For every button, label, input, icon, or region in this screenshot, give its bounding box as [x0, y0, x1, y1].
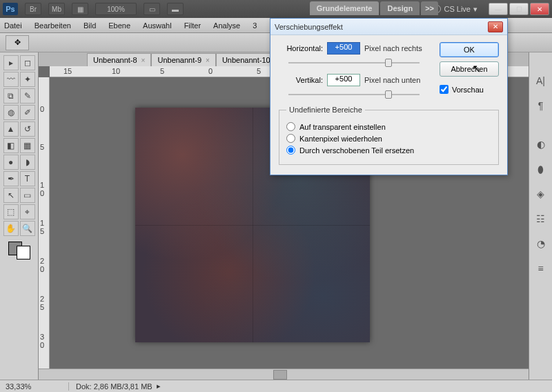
menu-analysis[interactable]: Analyse	[213, 21, 240, 30]
radio-transparent[interactable]: Auf transparent einstellen	[286, 122, 491, 131]
color-swatches[interactable]	[8, 242, 30, 259]
toolbox: ▸◻ 〰✦ ⧉✎ ◍✐ ▲↺ ◧▦ ●◗ ✒T ↖▭ ⬚⌖ ✋🔍	[0, 52, 39, 380]
camera-tool[interactable]: ⌖	[20, 204, 35, 219]
cancel-button[interactable]: Abbrechen	[440, 61, 499, 77]
eraser-tool[interactable]: ◧	[3, 138, 19, 153]
type-tool[interactable]: T	[20, 171, 35, 186]
vertical-unit: Pixel nach unten	[364, 76, 420, 84]
adjustments-panel-icon[interactable]: ◐	[533, 137, 549, 152]
radio-wrap-around[interactable]: Durch verschobenen Teil ersetzen	[286, 146, 491, 155]
scrollbar-horizontal[interactable]	[39, 369, 529, 380]
shape-tool[interactable]: ▭	[20, 188, 35, 203]
marquee-tool[interactable]: ◻	[20, 55, 35, 70]
bridge-button[interactable]: Br	[25, 3, 41, 15]
crop-tool[interactable]: ⧉	[3, 88, 19, 104]
menu-edit[interactable]: Bearbeiten	[34, 21, 71, 30]
radio-repeat-edge[interactable]: Kantenpixel wiederholen	[286, 134, 491, 143]
dialog-close-button[interactable]: ✕	[488, 21, 503, 32]
layers-panel-icon[interactable]: ◈	[533, 186, 549, 202]
horizontal-slider[interactable]	[288, 57, 420, 68]
menu-filter[interactable]: Filter	[184, 21, 201, 30]
stamp-tool[interactable]: ▲	[3, 121, 19, 137]
window-controls: — ☐ ✕	[489, 3, 549, 15]
masks-panel-icon[interactable]: ⬮	[533, 161, 549, 177]
wand-tool[interactable]: ✦	[20, 72, 35, 87]
undefined-areas-group: Undefinierte Bereiche Auf transparent ei…	[279, 106, 499, 165]
close-icon[interactable]: ×	[141, 57, 146, 64]
menu-image[interactable]: Bild	[83, 21, 96, 30]
panel-dock: A| ¶ ◐ ⬮ ◈ ☷ ◔ ≡	[529, 52, 552, 380]
status-doc-size: Dok: 2,86 MB/3,81 MB	[69, 382, 152, 391]
dialog-titlebar[interactable]: Verschiebungseffekt ✕	[270, 19, 507, 35]
current-tool-icon[interactable]: ✥	[6, 35, 29, 50]
blur-tool[interactable]: ●	[3, 155, 19, 170]
vertical-slider[interactable]	[288, 89, 420, 100]
cs-live[interactable]: CS Live▾	[433, 5, 477, 14]
screen-mode-icon[interactable]: ▬	[167, 3, 184, 15]
move-tool[interactable]: ▸	[3, 55, 19, 70]
offset-dialog: Verschiebungseffekt ✕ OK Abbrechen Vorsc…	[270, 18, 508, 175]
zoom-level[interactable]: 100%	[95, 3, 137, 15]
scrollbar-thumb[interactable]	[273, 370, 287, 380]
doc-tab-2[interactable]: Unbenannt-9×	[151, 53, 215, 66]
history-panel-icon[interactable]: ≡	[533, 261, 549, 276]
title-bar: Ps Br Mb ▦ 100% ▭ ▬ Grundelemente Design…	[0, 0, 552, 18]
heal-tool[interactable]: ◍	[3, 105, 19, 120]
lasso-tool[interactable]: 〰	[3, 72, 19, 87]
maximize-button[interactable]: ☐	[509, 3, 529, 15]
preview-checkbox[interactable]: Vorschau	[440, 85, 499, 94]
horizontal-unit: Pixel nach rechts	[364, 44, 422, 52]
menu-select[interactable]: Auswahl	[143, 21, 172, 30]
zoom-tool[interactable]: 🔍	[20, 221, 35, 236]
app-logo: Ps	[3, 3, 18, 15]
vertical-input[interactable]: +500	[327, 74, 360, 86]
status-zoom[interactable]: 33,33%	[0, 382, 69, 391]
horizontal-label: Horizontal:	[279, 44, 323, 52]
status-bar: 33,33% Dok: 2,86 MB/3,81 MB ▸	[0, 380, 552, 392]
history-brush-tool[interactable]: ↺	[20, 121, 35, 137]
dialog-title: Verschiebungseffekt	[275, 23, 343, 31]
menu-layer[interactable]: Ebene	[108, 21, 130, 30]
slider-thumb[interactable]	[385, 59, 392, 67]
character-panel-icon[interactable]: A|	[533, 73, 549, 88]
minimize-button[interactable]: —	[489, 3, 508, 15]
close-button[interactable]: ✕	[530, 3, 549, 15]
eyedropper-tool[interactable]: ✎	[20, 88, 35, 104]
workspace-more[interactable]: >>	[421, 1, 438, 15]
dodge-tool[interactable]: ◗	[20, 155, 35, 170]
3d-tool[interactable]: ⬚	[3, 204, 19, 219]
channels-panel-icon[interactable]: ☷	[533, 211, 549, 226]
slider-thumb[interactable]	[385, 90, 392, 99]
close-icon[interactable]: ×	[206, 57, 210, 64]
menu-3d[interactable]: 3	[253, 21, 257, 30]
doc-tab-1[interactable]: Unbenannt-8×	[87, 53, 151, 66]
hand-tool[interactable]: ✋	[3, 221, 19, 236]
vertical-label: Vertikal:	[279, 76, 323, 84]
paths-panel-icon[interactable]: ◔	[533, 236, 549, 251]
fieldset-legend: Undefinierte Bereiche	[286, 106, 365, 114]
brush-tool[interactable]: ✐	[20, 105, 35, 120]
paragraph-panel-icon[interactable]: ¶	[533, 98, 549, 113]
menu-file[interactable]: Datei	[4, 21, 22, 30]
view-extras-icon[interactable]: ▦	[72, 3, 88, 15]
ok-button[interactable]: OK	[440, 42, 499, 57]
ruler-vertical: 051 01 52 02 53 03 5	[39, 77, 50, 380]
workspace-tab-essentials[interactable]: Grundelemente	[310, 1, 379, 15]
chevron-right-icon[interactable]: ▸	[157, 382, 161, 391]
pen-tool[interactable]: ✒	[3, 171, 19, 186]
workspace-tabs: Grundelemente Design >>	[310, 1, 438, 15]
horizontal-input[interactable]: +500	[327, 42, 360, 55]
minibridge-button[interactable]: Mb	[48, 3, 65, 15]
arrange-icon[interactable]: ▭	[144, 3, 160, 15]
gradient-tool[interactable]: ▦	[20, 138, 35, 153]
workspace-tab-design[interactable]: Design	[380, 1, 420, 15]
path-tool[interactable]: ↖	[3, 188, 19, 203]
